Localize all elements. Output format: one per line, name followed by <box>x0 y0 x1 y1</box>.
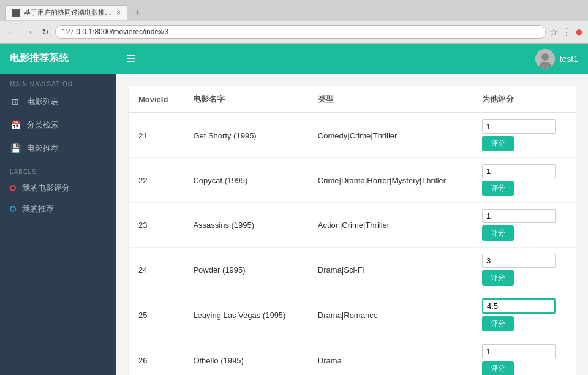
rating-cell: 评分 <box>482 119 566 151</box>
sidebar-item-my-ratings[interactable]: 我的电影评分 <box>0 178 116 199</box>
table-body: 21Get Shorty (1995)Comedy|Crime|Thriller… <box>129 113 576 375</box>
rate-button[interactable]: 评分 <box>482 270 514 286</box>
refresh-button[interactable]: ↻ <box>39 26 51 38</box>
cell-title: Leaving Las Vegas (1995) <box>183 292 307 338</box>
col-genre: 类型 <box>308 86 472 113</box>
cell-rating: 评分 <box>472 113 576 158</box>
cell-title: Copycat (1995) <box>183 158 307 203</box>
cell-title: Get Shorty (1995) <box>183 113 307 158</box>
browser-menu-icon[interactable]: ⋮ <box>562 26 571 38</box>
star-icon[interactable]: ☆ <box>549 26 558 38</box>
back-button[interactable]: ← <box>5 26 18 38</box>
cell-movieid: 21 <box>129 113 183 158</box>
browser-chrome: 基于用户的协同过滤电影推荐系... × + ← → ↻ ☆ ⋮ ● <box>0 0 588 44</box>
topbar-right: test1 <box>535 49 578 69</box>
rating-cell: 评分 <box>482 254 566 286</box>
rating-cell: 评分 <box>482 209 566 241</box>
cell-title: Assassins (1995) <box>183 203 307 248</box>
col-rating: 为他评分 <box>472 86 576 113</box>
cell-movieid: 22 <box>129 158 183 203</box>
cell-genre: Action|Crime|Thriller <box>308 203 472 248</box>
labels-section-label: LABELS <box>0 160 116 178</box>
sidebar-label-my-ratings: 我的电影评分 <box>22 183 70 194</box>
cell-rating: 评分 <box>472 203 576 248</box>
topbar-left: ☰ <box>126 52 136 66</box>
save-icon: 💾 <box>10 143 21 153</box>
tab-favicon <box>12 9 20 17</box>
svg-point-1 <box>541 53 549 61</box>
tab-close-btn[interactable]: × <box>116 9 121 17</box>
rating-cell: 评分 <box>482 164 566 196</box>
right-panel: ☰ test1 MovieId 电影名字 <box>116 44 588 375</box>
rate-button[interactable]: 评分 <box>482 225 514 241</box>
forward-button[interactable]: → <box>22 26 36 38</box>
table-row: 21Get Shorty (1995)Comedy|Crime|Thriller… <box>129 113 576 158</box>
cell-movieid: 26 <box>129 338 183 376</box>
cell-rating: 评分 <box>472 292 576 338</box>
cell-genre: Drama|Sci-Fi <box>308 248 472 292</box>
cell-genre: Drama|Romance <box>308 292 472 338</box>
cell-title: Powder (1995) <box>183 248 307 292</box>
hamburger-icon[interactable]: ☰ <box>126 52 136 66</box>
cell-genre: Drama <box>308 338 472 376</box>
table-row: 23Assassins (1995)Action|Crime|Thriller评… <box>129 203 576 248</box>
sidebar-item-my-recommendations[interactable]: 我的推荐 <box>0 199 116 219</box>
grid-icon: ⊞ <box>10 97 21 107</box>
cell-movieid: 23 <box>129 203 183 248</box>
rate-button[interactable]: 评分 <box>482 181 514 196</box>
rating-input[interactable] <box>482 254 556 268</box>
user-name: test1 <box>560 54 578 64</box>
cell-rating: 评分 <box>472 338 576 376</box>
url-input[interactable] <box>55 25 546 39</box>
table-header: MovieId 电影名字 类型 为他评分 <box>129 86 576 113</box>
tab-title: 基于用户的协同过滤电影推荐系... <box>24 8 113 17</box>
sidebar-label-movie-recommend: 电影推荐 <box>27 143 59 154</box>
rate-button[interactable]: 评分 <box>482 361 514 375</box>
col-title: 电影名字 <box>183 86 307 113</box>
cell-genre: Comedy|Crime|Thriller <box>308 113 472 158</box>
address-icons: ☆ ⋮ ● <box>549 24 583 40</box>
user-avatar <box>535 49 555 69</box>
table-row: 25Leaving Las Vegas (1995)Drama|Romance评… <box>129 292 576 338</box>
movie-table: MovieId 电影名字 类型 为他评分 21Get Shorty (1995)… <box>129 86 576 375</box>
red-dot-icon <box>10 185 16 191</box>
sidebar-label-my-recommendations: 我的推荐 <box>22 203 54 214</box>
rating-input[interactable] <box>482 298 556 314</box>
calendar-icon: 📅 <box>10 120 21 130</box>
cell-rating: 评分 <box>472 158 576 203</box>
address-bar: ← → ↻ ☆ ⋮ ● <box>0 21 588 43</box>
app-container: 电影推荐系统 MAIN NAVIGATION ⊞ 电影列表 📅 分类检索 💾 电… <box>0 44 588 375</box>
sidebar: 电影推荐系统 MAIN NAVIGATION ⊞ 电影列表 📅 分类检索 💾 电… <box>0 44 116 375</box>
avatar-image <box>535 49 555 69</box>
sidebar-item-category-search[interactable]: 📅 分类检索 <box>0 113 116 137</box>
cell-rating: 评分 <box>472 248 576 292</box>
cell-movieid: 25 <box>129 292 183 338</box>
cell-movieid: 24 <box>129 248 183 292</box>
browser-avatar-icon[interactable]: ● <box>575 24 583 40</box>
rate-button[interactable]: 评分 <box>482 316 514 331</box>
rating-cell: 评分 <box>482 298 566 331</box>
sidebar-label-category-search: 分类检索 <box>27 119 59 131</box>
active-tab[interactable]: 基于用户的协同过滤电影推荐系... × <box>5 5 127 20</box>
rating-input[interactable] <box>482 344 556 358</box>
table-row: 24Powder (1995)Drama|Sci-Fi评分 <box>129 248 576 292</box>
col-movieid: MovieId <box>129 86 183 113</box>
nav-section-label: MAIN NAVIGATION <box>0 74 116 90</box>
sidebar-item-movie-recommend[interactable]: 💾 电影推荐 <box>0 137 116 160</box>
rating-cell: 评分 <box>482 344 566 375</box>
cell-genre: Crime|Drama|Horror|Mystery|Thriller <box>308 158 472 203</box>
topbar: ☰ test1 <box>116 44 588 74</box>
sidebar-logo: 电影推荐系统 <box>0 44 116 74</box>
rating-input[interactable] <box>482 209 556 223</box>
rating-input[interactable] <box>482 119 556 134</box>
cell-title: Othello (1995) <box>183 338 307 376</box>
rate-button[interactable]: 评分 <box>482 136 514 151</box>
rating-input[interactable] <box>482 164 556 178</box>
sidebar-item-movie-list[interactable]: ⊞ 电影列表 <box>0 90 116 113</box>
sidebar-label-movie-list: 电影列表 <box>27 96 59 107</box>
blue-dot-icon <box>10 206 16 212</box>
table-row: 26Othello (1995)Drama评分 <box>129 338 576 376</box>
new-tab-button[interactable]: + <box>130 5 145 20</box>
table-row: 22Copycat (1995)Crime|Drama|Horror|Myste… <box>129 158 576 203</box>
tab-bar: 基于用户的协同过滤电影推荐系... × + <box>0 0 588 21</box>
